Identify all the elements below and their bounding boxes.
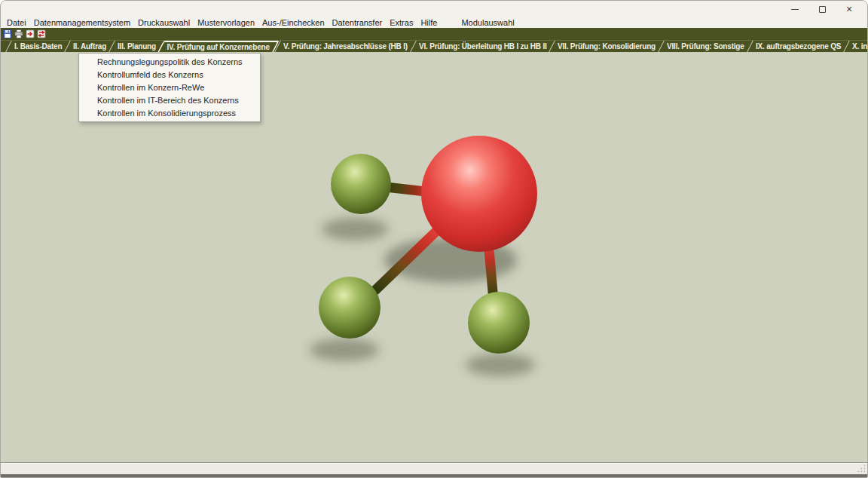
- main-content: Rechnungslegungspolitik des Konzerns Kon…: [1, 53, 867, 462]
- dropdown-item-rechnungslegungspolitik[interactable]: Rechnungslegungspolitik des Konzerns: [79, 56, 260, 69]
- tab-3-planung[interactable]: III. Planung: [109, 41, 165, 52]
- menu-item-extras[interactable]: Extras: [386, 17, 417, 28]
- menubar: Datei Datenmanagementsystem Druckauswahl…: [1, 17, 867, 28]
- caption-buttons: ×: [781, 1, 867, 17]
- menu-item-modulauswahl[interactable]: Modulauswahl: [457, 17, 518, 28]
- close-icon: ×: [846, 4, 852, 14]
- window-bottom-edge: [1, 474, 867, 477]
- print-icon: [14, 29, 23, 38]
- menu-item-datenmanagementsystem[interactable]: Datenmanagementsystem: [30, 17, 134, 28]
- statusbar: [1, 462, 867, 474]
- titlebar: ×: [1, 1, 867, 17]
- minimize-button[interactable]: [781, 2, 808, 17]
- close-button[interactable]: ×: [836, 2, 863, 17]
- check-in-out-arrows-icon: [37, 29, 46, 38]
- menu-item-datentransfer[interactable]: Datentransfer: [329, 17, 387, 28]
- check-out-arrow-icon: [26, 29, 35, 38]
- menu-item-aus-einchecken[interactable]: Aus-/Einchecken: [258, 17, 329, 28]
- menu-item-hilfe[interactable]: Hilfe: [417, 17, 441, 28]
- dropdown-item-kontrollumfeld[interactable]: Kontrollumfeld des Konzerns: [79, 69, 260, 81]
- menu-item-druckauswahl[interactable]: Druckauswahl: [134, 17, 194, 28]
- check-out-button[interactable]: [25, 29, 35, 39]
- tab-9-auftragsbezogene-qs[interactable]: IX. auftragsbezogene QS: [747, 41, 849, 52]
- tab-5-pruefung-jahresabschluesse-hb1[interactable]: V. Prüfung: Jahresabschlüsse (HB I): [274, 41, 416, 52]
- tabbar: I. Basis-Daten II. Auftrag III. Planung …: [1, 40, 867, 53]
- tab-dropdown-menu: Rechnungslegungspolitik des Konzerns Kon…: [78, 53, 261, 122]
- dropdown-item-kontrollen-konzern-rewe[interactable]: Kontrollen im Konzern-ReWe: [79, 81, 260, 94]
- tab-1-basis-daten[interactable]: I. Basis-Daten: [5, 41, 70, 52]
- app-window: × Datei Datenmanagementsystem Druckauswa…: [0, 0, 868, 478]
- tab-7-pruefung-konsolidierung[interactable]: VII. Prüfung: Konsolidierung: [549, 41, 664, 52]
- maximize-button[interactable]: [808, 2, 836, 17]
- toolbar: [1, 28, 867, 40]
- save-button[interactable]: [2, 29, 12, 39]
- resize-grip[interactable]: [857, 464, 866, 473]
- tab-8-pruefung-sonstige[interactable]: VIII. Prüfung: Sonstige: [658, 41, 752, 52]
- dropdown-item-kontrollen-it-bereich[interactable]: Kontrollen im IT-Bereich des Konzerns: [79, 94, 260, 107]
- print-button[interactable]: [14, 29, 23, 39]
- maximize-icon: [819, 6, 826, 13]
- save-icon: [3, 29, 12, 38]
- check-in-out-button[interactable]: [36, 29, 46, 39]
- tab-6-pruefung-ueberleitung-hb1-hb2[interactable]: VI. Prüfung: Überleitung HB I zu HB II: [410, 41, 555, 52]
- molecule-logo: [295, 124, 573, 385]
- minimize-icon: [791, 9, 799, 10]
- menu-item-datei[interactable]: Datei: [3, 17, 30, 28]
- tab-2-auftrag[interactable]: II. Auftrag: [65, 41, 115, 52]
- dropdown-item-kontrollen-konsolidierungsprozess[interactable]: Kontrollen im Konsolidierungsprozess: [79, 107, 260, 120]
- menu-item-mustervorlagen[interactable]: Mustervorlagen: [194, 17, 258, 28]
- tab-4-pruefung-auf-konzernebene[interactable]: IV. Prüfung auf Konzernebene: [158, 41, 280, 52]
